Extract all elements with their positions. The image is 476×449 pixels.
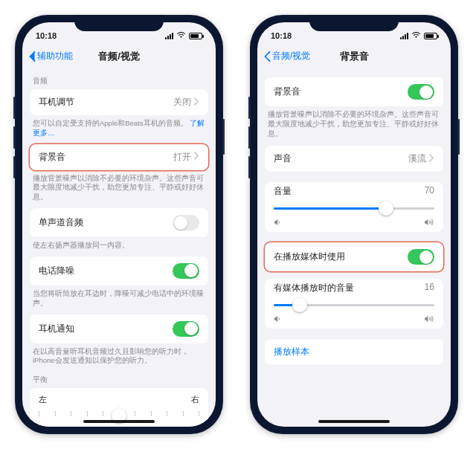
chevron-right-icon	[194, 97, 199, 108]
volume-label: 音量	[274, 185, 292, 198]
notch	[74, 15, 164, 31]
group-headphone-notify: 耳机通知	[30, 314, 208, 343]
cell-use-while-media[interactable]: 在播放媒体时使用	[265, 242, 443, 271]
toggle-mono[interactable]	[173, 215, 199, 230]
media-volume-value: 16	[425, 282, 434, 294]
chevron-right-icon	[429, 154, 434, 164]
toggle-headphone-notify[interactable]	[173, 321, 199, 337]
footer-headphone: 您可以自定受支持的Apple和Beats耳机的音频。 了解更多…	[22, 115, 216, 140]
speaker-low-icon	[274, 315, 283, 323]
cell-label: 耳机调节	[39, 96, 74, 109]
speaker-high-icon	[424, 315, 434, 323]
footer-noise: 当您将听筒放在耳边时，降噪可减少电话中的环境噪声。	[22, 285, 216, 310]
cell-background-sound[interactable]: 背景音 打开	[30, 144, 208, 170]
row-media-volume: 有媒体播放时的音量 16	[265, 279, 443, 329]
home-indicator[interactable]	[318, 420, 390, 423]
footer-mono: 使左右扬声器播放同一内容。	[22, 237, 216, 252]
content-left[interactable]: 音频 耳机调节 关闭 您可以自定受支持的Apple和Beats耳机的音频。 了解…	[22, 68, 216, 427]
cell-noise-cancel[interactable]: 电话降噪	[30, 256, 208, 285]
status-icons	[400, 31, 437, 40]
section-header-balance: 平衡	[22, 367, 216, 388]
nav-bar: 音频/视觉 背景音	[257, 45, 451, 68]
screen-left: 10:18 辅助功能 音频/视觉 音频 耳机调节	[22, 22, 216, 427]
group-bg-toggle: 背景音	[265, 77, 443, 106]
battery-icon	[424, 33, 437, 39]
group-headphone: 耳机调节 关闭	[30, 89, 208, 115]
notch	[309, 15, 399, 31]
chevron-right-icon	[194, 152, 199, 162]
cell-bg-toggle[interactable]: 背景音	[265, 77, 443, 106]
group-noise-cancel: 电话降噪	[30, 256, 208, 285]
balance-right-label: 右	[191, 394, 199, 405]
cell-mono-audio[interactable]: 单声道音频	[30, 208, 208, 237]
cell-label: 声音	[274, 152, 292, 165]
cell-headphone-notify[interactable]: 耳机通知	[30, 314, 208, 343]
cell-label: 背景音	[39, 151, 65, 164]
slider-media-volume[interactable]	[274, 297, 434, 312]
wifi-icon	[411, 31, 421, 40]
back-button[interactable]: 音频/视觉	[263, 50, 310, 62]
screen-right: 10:18 音频/视觉 背景音 背景音	[257, 22, 451, 427]
slider-volume[interactable]	[274, 201, 434, 216]
cell-label: 背景音	[274, 85, 300, 98]
toggle-noise-cancel[interactable]	[173, 263, 199, 279]
group-background-sound: 背景音 打开	[30, 144, 208, 170]
home-indicator[interactable]	[83, 420, 155, 423]
battery-icon	[189, 33, 202, 39]
cell-value: 关闭	[173, 96, 199, 109]
cell-label: 耳机通知	[39, 323, 74, 335]
cell-label: 电话降噪	[39, 265, 74, 277]
back-label: 辅助功能	[37, 50, 73, 62]
wifi-icon	[176, 31, 186, 40]
speaker-high-icon	[424, 219, 434, 226]
toggle-use-while-media[interactable]	[408, 249, 434, 265]
cell-label: 在播放媒体时使用	[274, 251, 345, 263]
content-right[interactable]: 背景音 播放背景噪声以消除不必要的环境杂声。这些声音可最大限度地减少干扰，助您更…	[257, 68, 451, 427]
volume-value: 70	[425, 185, 434, 198]
section-header-audio: 音频	[22, 68, 216, 89]
page-title: 音频/视觉	[98, 50, 140, 63]
slider-knob[interactable]	[292, 297, 307, 312]
footer-bg: 播放背景噪声以消除不必要的环境杂声。这些声音可最大限度地减少干扰，助您更加专注、…	[257, 106, 451, 140]
group-mono: 单声道音频	[30, 208, 208, 237]
phone-left: 10:18 辅助功能 音频/视觉 音频 耳机调节	[15, 15, 223, 434]
group-media-use: 在播放媒体时使用	[265, 242, 443, 271]
cell-label: 单声道音频	[39, 216, 83, 229]
cell-value: 打开	[173, 151, 199, 164]
group-sample: 播放样本	[265, 339, 443, 365]
cellular-icon	[400, 33, 408, 39]
cell-value: 溪流	[408, 152, 434, 165]
cell-sound-select[interactable]: 声音 溪流	[265, 146, 443, 172]
slider-knob[interactable]	[379, 201, 393, 216]
nav-bar: 辅助功能 音频/视觉	[22, 45, 216, 68]
toggle-background-sound[interactable]	[408, 84, 434, 100]
footer-notify: 在以高音量听耳机音频过久且影响您的听力时，iPhone会发送通知以保护您的听力。	[22, 343, 216, 368]
back-label: 音频/视觉	[272, 50, 310, 62]
cellular-icon	[165, 33, 173, 39]
status-time: 10:18	[36, 31, 57, 40]
group-volume: 音量 70	[265, 182, 443, 232]
footer-background-sound: 播放背景噪声以消除不必要的环境杂声。这些声音可最大限度地减少干扰，助您更加专注、…	[22, 170, 216, 204]
phone-right: 10:18 音频/视觉 背景音 背景音	[250, 15, 458, 434]
status-icons	[165, 31, 202, 40]
media-volume-label: 有媒体播放时的音量	[274, 282, 354, 294]
row-volume: 音量 70	[265, 182, 443, 232]
speaker-low-icon	[274, 219, 283, 226]
back-button[interactable]: 辅助功能	[28, 50, 73, 62]
page-title: 背景音	[340, 50, 369, 63]
group-media-volume: 有媒体播放时的音量 16	[265, 279, 443, 329]
status-time: 10:18	[271, 31, 292, 40]
cell-headphone-adjust[interactable]: 耳机调节 关闭	[30, 89, 208, 115]
group-sound: 声音 溪流	[265, 146, 443, 172]
cell-label: 播放样本	[274, 346, 309, 358]
cell-play-sample[interactable]: 播放样本	[265, 339, 443, 365]
balance-left-label: 左	[39, 394, 47, 405]
